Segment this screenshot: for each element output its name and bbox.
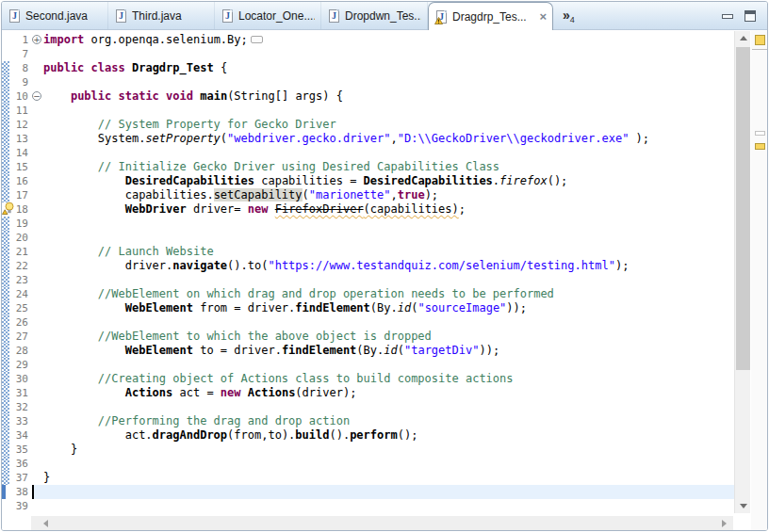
line-number: 27: [9, 330, 32, 344]
fold-gutter: [32, 499, 43, 513]
code-lines[interactable]: 1+import org.openqa.selenium.By;78public…: [2, 33, 734, 513]
fold-gutter: [32, 400, 43, 414]
fold-gutter: [32, 160, 43, 174]
code-text: }: [43, 471, 50, 485]
maximize-icon[interactable]: [744, 10, 756, 22]
scroll-left-icon[interactable]: [39, 516, 53, 530]
code-text: WebElement from = driver.findElement(By.…: [43, 301, 527, 315]
minimize-icon[interactable]: [722, 14, 733, 19]
line-number: 12: [9, 118, 32, 132]
tab-locator-one[interactable]: JLocator_One....: [215, 2, 321, 29]
overview-warning-summary-icon[interactable]: [755, 35, 765, 45]
warning-overlay-icon: [434, 17, 443, 24]
vertical-scrollbar-thumb[interactable]: [736, 47, 750, 370]
overview-warning-mark[interactable]: [755, 143, 765, 150]
fold-gutter: [32, 231, 43, 245]
code-text: //WebElement to which the above object i…: [43, 330, 432, 344]
fold-gutter: [32, 273, 43, 287]
fold-gutter: [32, 188, 43, 202]
line-number: 15: [9, 160, 32, 174]
fold-gutter: [32, 386, 43, 400]
scroll-down-icon[interactable]: [735, 499, 751, 513]
fold-collapse-icon[interactable]: −: [32, 91, 41, 101]
collapsed-imports-icon[interactable]: [251, 36, 263, 43]
fold-gutter: [32, 301, 43, 315]
code-line: 10− public static void main(String[] arg…: [2, 89, 734, 104]
code-line: 18 WebDriver driver= new FirefoxDriver(c…: [2, 202, 734, 217]
code-line: 25 WebElement from = driver.findElement(…: [2, 301, 734, 315]
overview-occurrence-mark[interactable]: [755, 131, 765, 136]
tab-label: Second.java: [25, 9, 88, 23]
code-line: 38: [2, 485, 734, 499]
line-number: 30: [9, 372, 32, 386]
more-editors-chevron[interactable]: »4: [563, 8, 575, 24]
quickdiff-change-bar: [2, 287, 9, 301]
line-number: 14: [9, 146, 32, 160]
fold-gutter: [32, 202, 43, 217]
tab-dropdwn-test[interactable]: JDropdwn_Tes...: [321, 2, 428, 29]
fold-gutter: [32, 428, 43, 443]
line-number: 37: [9, 471, 32, 485]
code-line: 39: [2, 499, 734, 513]
line-number: 26: [9, 315, 32, 330]
java-file-icon: J: [222, 9, 233, 23]
fold-gutter: [32, 146, 43, 160]
overview-separator: [752, 49, 767, 50]
code-line: 22 driver.navigate().to("https://www.tes…: [2, 259, 734, 273]
quickdiff-change-bar: [2, 75, 9, 89]
line-number: 25: [9, 301, 32, 315]
fold-gutter: +: [32, 33, 43, 47]
java-file-icon: J: [116, 9, 126, 23]
code-line: 7: [2, 47, 734, 61]
code-line: 15 // Initialize Gecko Driver using Desi…: [2, 160, 734, 174]
code-text: WebDriver driver= new FirefoxDriver(capa…: [43, 202, 466, 217]
window-controls: [722, 2, 756, 29]
code-line: 31 Actions act = new Actions(driver);: [2, 386, 734, 400]
close-icon[interactable]: ×: [539, 10, 547, 23]
fold-expand-icon[interactable]: +: [32, 35, 41, 44]
quickdiff-change-bar: [2, 217, 9, 231]
code-line: 1+import org.openqa.selenium.By;: [2, 33, 734, 47]
editor-part-window: JSecond.javaJThird.javaJLocator_One....J…: [1, 1, 768, 531]
code-text: public class Dragdrp_Test {: [43, 61, 227, 75]
java-file-icon: J: [329, 9, 339, 23]
line-number: 13: [9, 132, 32, 146]
code-text: // System Property for Gecko Driver: [43, 118, 336, 132]
line-number: 29: [9, 358, 32, 372]
code-text: // Initialize Gecko Driver using Desired…: [43, 160, 499, 174]
horizontal-scrollbar[interactable]: [31, 516, 733, 530]
fold-gutter: [32, 287, 43, 301]
quickdiff-gutter: [2, 499, 9, 513]
fold-gutter: [32, 372, 43, 386]
warning-lightbulb-icon[interactable]: [2, 202, 16, 216]
scroll-right-icon[interactable]: [717, 516, 731, 530]
tab-dragdrp-test[interactable]: JDragdrp_Tes...×: [428, 2, 553, 30]
tab-third[interactable]: JThird.java: [108, 2, 215, 29]
text-caret: [32, 485, 34, 499]
quickdiff-change-bar: [2, 330, 9, 344]
quickdiff-change-bar: [2, 344, 9, 358]
quickdiff-change-bar: [2, 231, 9, 245]
code-text: }: [43, 443, 77, 457]
scroll-up-icon[interactable]: [735, 31, 751, 45]
code-line: 36: [2, 457, 734, 471]
tab-label: Dragdrp_Tes...: [452, 10, 527, 24]
fold-gutter: [32, 132, 43, 146]
line-number: 34: [9, 428, 32, 443]
editor-tabbar: JSecond.javaJThird.javaJLocator_One....J…: [2, 2, 767, 30]
fold-gutter: [32, 457, 43, 471]
quickdiff-change-bar: [2, 188, 9, 202]
code-line: 16 DesiredCapabilities capabilities = De…: [2, 174, 734, 188]
quickdiff-change-bar: [2, 118, 9, 132]
tab-second[interactable]: JSecond.java: [2, 2, 108, 29]
line-number: 32: [9, 400, 32, 414]
line-number: 24: [9, 287, 32, 301]
fold-gutter: [32, 358, 43, 372]
vertical-scrollbar[interactable]: [734, 31, 750, 513]
code-line: 28 WebElement to = driver.findElement(By…: [2, 344, 734, 358]
code-line: 14: [2, 146, 734, 160]
fold-gutter: [32, 118, 43, 132]
code-text: public static void main(String[] args) {: [43, 89, 343, 104]
quickdiff-change-bar: [2, 61, 9, 75]
editor-area: 1+import org.openqa.selenium.By;78public…: [2, 31, 767, 530]
